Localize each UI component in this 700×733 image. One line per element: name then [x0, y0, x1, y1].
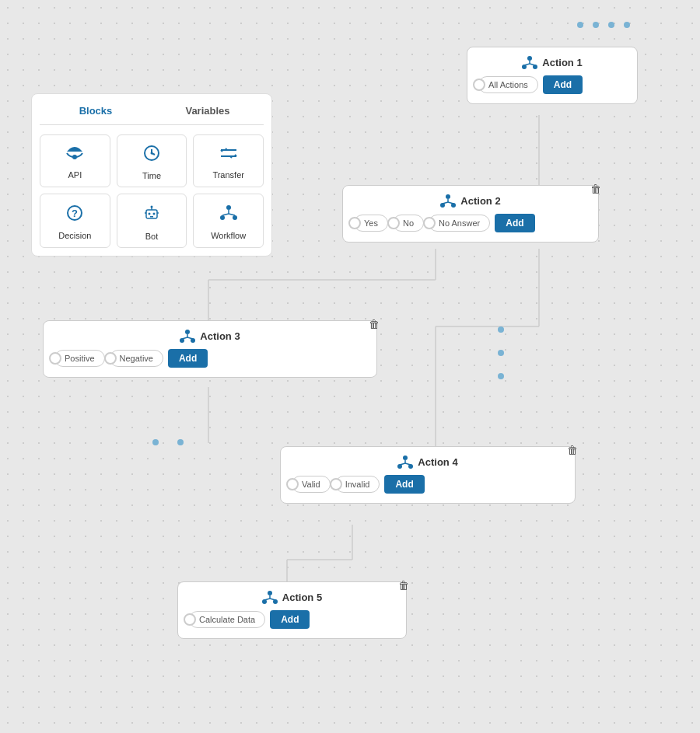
blocks-panel: Blocks Variables API: [31, 93, 272, 257]
block-time-label: Time: [142, 171, 161, 180]
panel-tabs: Blocks Variables: [40, 102, 264, 125]
time-icon: [143, 145, 160, 166]
action3-header: Action 3: [54, 329, 366, 343]
action3-title: Action 3: [200, 330, 240, 342]
connector-dot-3: [498, 326, 504, 333]
action2-add-button[interactable]: Add: [495, 214, 534, 232]
block-workflow[interactable]: Workflow: [193, 194, 264, 248]
action4-icon: [397, 455, 413, 469]
action3-actions: Positive Negative Add: [54, 349, 366, 368]
connector-dot-2: [177, 439, 184, 445]
action4-actions: Valid Invalid Add: [292, 475, 564, 494]
action5-add-button[interactable]: Add: [270, 610, 310, 629]
svg-point-18: [220, 215, 225, 220]
action2-tag-yes: Yes: [354, 215, 388, 232]
action4-add-button[interactable]: Add: [384, 475, 424, 494]
svg-line-62: [264, 599, 270, 600]
connector-dot-4: [498, 350, 504, 356]
svg-point-58: [268, 591, 272, 595]
block-api[interactable]: API: [40, 134, 110, 187]
svg-point-19: [233, 215, 237, 220]
svg-rect-12: [150, 216, 153, 218]
decision-icon: ?: [66, 204, 83, 226]
block-api-label: API: [68, 170, 82, 180]
deco-dot-2: [593, 22, 599, 28]
action2-tag-noanswer: No Answer: [429, 215, 490, 232]
action3-add-button[interactable]: Add: [168, 349, 208, 368]
tab-variables[interactable]: Variables: [152, 102, 264, 120]
action1-header: Action 1: [478, 55, 626, 69]
svg-line-38: [524, 64, 530, 65]
action3-card: 🗑 Action 3 Positive Negative Add: [43, 320, 377, 378]
deco-dot-3: [608, 22, 614, 28]
action4-tag-valid: Valid: [292, 476, 331, 493]
action3-tag-negative: Negative: [110, 350, 163, 367]
svg-line-45: [448, 202, 453, 204]
connector-dot-1: [152, 439, 159, 445]
svg-line-39: [530, 64, 535, 65]
tab-blocks[interactable]: Blocks: [40, 102, 152, 120]
action3-icon: [180, 329, 195, 343]
workflow-icon: [219, 204, 238, 226]
svg-line-22: [229, 214, 235, 215]
action1-add-button[interactable]: Add: [543, 75, 583, 94]
svg-point-40: [446, 194, 450, 199]
action1-tag-allactions: All Actions: [478, 76, 538, 93]
svg-line-56: [400, 463, 405, 465]
action5-title: Action 5: [282, 592, 322, 603]
action2-tag-no: No: [393, 215, 424, 232]
svg-line-57: [405, 463, 411, 465]
svg-point-14: [150, 206, 152, 208]
transfer-icon: [219, 145, 238, 166]
action2-header: Action 2: [354, 194, 587, 208]
block-bot[interactable]: Bot: [117, 194, 187, 248]
svg-text:?: ?: [72, 208, 78, 219]
action5-card: 🗑 Action 5 Calculate Data Add: [177, 581, 407, 639]
svg-line-51: [187, 337, 193, 339]
action4-title: Action 4: [418, 456, 457, 468]
block-workflow-label: Workflow: [211, 231, 246, 240]
block-bot-label: Bot: [145, 232, 159, 241]
action5-tag-calcdata: Calculate Data: [189, 611, 265, 628]
action4-card: 🗑 Action 4 Valid Invalid Add: [280, 446, 576, 504]
svg-point-4: [150, 152, 152, 155]
svg-line-50: [182, 337, 187, 339]
svg-point-10: [148, 213, 150, 215]
block-decision-label: Decision: [58, 231, 91, 240]
decoration-dots: [577, 22, 630, 28]
action4-header: Action 4: [292, 455, 564, 469]
svg-line-63: [270, 599, 275, 600]
action2-delete-button[interactable]: 🗑: [589, 181, 603, 197]
svg-point-17: [226, 205, 231, 210]
svg-point-46: [185, 330, 190, 334]
action5-actions: Calculate Data Add: [189, 610, 395, 629]
action4-delete-button[interactable]: 🗑: [565, 442, 579, 458]
action2-title: Action 2: [460, 195, 500, 207]
svg-point-52: [403, 456, 408, 460]
block-transfer[interactable]: Transfer: [193, 134, 264, 187]
action1-icon: [522, 55, 537, 69]
svg-point-0: [72, 155, 77, 159]
action2-card: 🗑 Action 2 Yes No No Answer Add: [342, 185, 599, 243]
action3-delete-button[interactable]: 🗑: [367, 316, 381, 332]
svg-line-21: [222, 214, 229, 215]
api-icon: [65, 145, 84, 166]
deco-dot-1: [577, 22, 583, 28]
action4-tag-invalid: Invalid: [335, 476, 380, 493]
action2-icon: [440, 194, 456, 208]
block-decision[interactable]: ? Decision: [40, 194, 110, 248]
block-time[interactable]: Time: [117, 134, 187, 187]
block-transfer-label: Transfer: [212, 170, 244, 180]
blocks-grid: API Time: [40, 134, 264, 248]
action3-tag-positive: Positive: [54, 350, 105, 367]
svg-line-44: [443, 202, 448, 204]
svg-point-11: [152, 213, 155, 215]
action5-delete-button[interactable]: 🗑: [397, 578, 411, 593]
action5-header: Action 5: [189, 590, 395, 604]
action1-title: Action 1: [542, 57, 582, 68]
svg-point-34: [527, 56, 532, 61]
action5-icon: [262, 590, 278, 604]
connector-dot-5: [498, 373, 504, 379]
action1-actions: All Actions Add: [478, 75, 626, 94]
action2-actions: Yes No No Answer Add: [354, 214, 587, 232]
